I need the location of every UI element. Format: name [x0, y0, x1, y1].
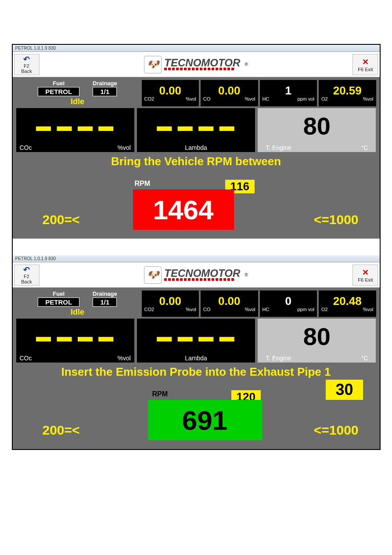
countdown-box: 30 — [326, 380, 363, 400]
back-button[interactable]: ↶ F2 Back — [14, 265, 40, 286]
hc-name: HC — [263, 96, 270, 102]
app-window-1: PETROL 1.0.1.9 830 ↶ F2 Back 🐶 TECNOMOTO… — [13, 45, 380, 239]
brand-name: TECNOMOTOR — [164, 269, 240, 277]
lambda-box: ▬ ▬ ▬ ▬ Lambda — [137, 108, 255, 152]
drainage-label: Drainage — [93, 290, 117, 297]
co-name: CO — [203, 96, 211, 102]
fuel-value: PETROL — [38, 297, 79, 307]
exit-button[interactable]: ✕ F6 Exit — [352, 265, 378, 286]
toolbar: ↶ F2 Back 🐶 TECNOMOTOR ® ✕ F6 Exit — [13, 262, 380, 288]
mid-row: ▬ ▬ ▬ ▬ COc%vol ▬ ▬ ▬ ▬ Lambda 80 T. Eng… — [16, 319, 376, 363]
coc-unit: %vol — [117, 144, 130, 151]
co2-value: 0.00 — [159, 85, 181, 96]
brand-logo: 🐶 TECNOMOTOR ® — [144, 56, 248, 73]
mascot-icon: 🐶 — [144, 266, 162, 284]
coc-box: ▬ ▬ ▬ ▬ COc%vol — [16, 319, 134, 363]
mascot-icon: 🐶 — [144, 56, 162, 73]
brand-name: TECNOMOTOR — [164, 58, 240, 67]
drainage-box: Drainage 1/1 — [93, 290, 117, 307]
undo-icon: ↶ — [23, 55, 30, 63]
toolbar: ↶ F2 Back 🐶 TECNOMOTOR ® ✕ F6 Exit — [13, 52, 380, 77]
mid-row: ▬ ▬ ▬ ▬ COc%vol ▬ ▬ ▬ ▬ Lambda 80 T. Eng… — [16, 108, 376, 152]
tengine-name: T. Engine — [266, 355, 291, 362]
range-min: 200=< — [43, 212, 80, 227]
fuel-value: PETROL — [38, 87, 79, 96]
co-box: 0.00 CO%vol — [201, 290, 258, 317]
range-max: <=1000 — [314, 423, 359, 438]
registered-icon: ® — [245, 272, 248, 277]
tengine-value: 80 — [258, 108, 376, 143]
undo-icon: ↶ — [23, 266, 30, 274]
o2-value: 20.59 — [333, 85, 362, 96]
range-min: 200=< — [43, 423, 80, 438]
instruction: Insert the Emission Probe into the Exhau… — [16, 365, 376, 379]
co2-box: 0.00 CO2%vol — [142, 80, 199, 106]
back-button[interactable]: ↶ F2 Back — [14, 54, 40, 75]
lambda-dashes: ▬ ▬ ▬ ▬ — [137, 319, 255, 354]
hc-value: 0 — [285, 295, 291, 307]
page-frame: PETROL 1.0.1.9 830 ↶ F2 Back 🐶 TECNOMOTO… — [12, 44, 381, 450]
coc-name: COc — [20, 355, 32, 362]
back-button-label: F2 Back — [18, 274, 36, 284]
fuel-box: Fuel PETROL — [38, 80, 79, 96]
lambda-name: Lambda — [185, 355, 207, 362]
rpm-box: 1464 — [133, 189, 234, 230]
co2-value: 0.00 — [159, 295, 181, 307]
range-max: <=1000 — [314, 212, 359, 227]
o2-box: 20.59 O2%vol — [319, 80, 376, 106]
rpm-area: RPM 116 1464 200=< <=1000 — [16, 172, 376, 233]
co-value: 0.00 — [218, 85, 241, 96]
hc-unit: ppm vol — [297, 96, 314, 102]
fuel-label: Fuel — [53, 290, 65, 297]
hc-name: HC — [263, 307, 270, 312]
co2-name: CO2 — [144, 96, 155, 102]
o2-name: O2 — [321, 307, 328, 312]
hc-box: 0 HCppm vol — [260, 290, 317, 317]
lambda-box: ▬ ▬ ▬ ▬ Lambda — [137, 319, 255, 363]
back-button-label: F2 Back — [18, 63, 36, 74]
rpm-label: RPM — [135, 180, 151, 188]
brand-stripe — [164, 278, 234, 281]
drainage-value: 1/1 — [93, 87, 117, 96]
co-box: 0.00 CO%vol — [201, 80, 258, 106]
brand-stripe — [164, 68, 234, 70]
app-window-2: PETROL 1.0.1.9 830 ↶ F2 Back 🐶 TECNOMOTO… — [13, 255, 380, 449]
tengine-value: 80 — [258, 319, 376, 354]
drainage-box: Drainage 1/1 — [93, 80, 117, 96]
rpm-value: 1464 — [153, 194, 214, 225]
co-name: CO — [203, 307, 211, 312]
exit-button[interactable]: ✕ F6 Exit — [352, 54, 378, 75]
lambda-dashes: ▬ ▬ ▬ ▬ — [137, 108, 255, 143]
exit-button-label: F6 Exit — [358, 277, 373, 283]
coc-dashes: ▬ ▬ ▬ ▬ — [16, 319, 134, 354]
co2-name: CO2 — [144, 307, 155, 312]
instruction: Bring the Vehicle RPM between — [16, 155, 376, 168]
window-titlebar: PETROL 1.0.1.9 830 — [13, 255, 380, 262]
gas-row: 0.00 CO2%vol 0.00 CO%vol 1 HCppm vol 20.… — [142, 80, 376, 106]
fuel-drainage-col: Fuel PETROL Drainage 1/1 Idle — [16, 290, 139, 317]
tengine-unit: °C — [361, 144, 368, 151]
exit-button-label: F6 Exit — [358, 67, 373, 72]
tengine-name: T. Engine — [266, 144, 291, 151]
hc-value: 1 — [285, 85, 291, 96]
idle-label: Idle — [71, 308, 84, 317]
rpm-area: 30 RPM 120 691 200=< <=1000 — [16, 382, 376, 444]
co-unit: %vol — [245, 307, 255, 312]
tengine-box: 80 T. Engine°C — [258, 319, 376, 363]
o2-box: 20.48 O2%vol — [319, 290, 376, 317]
co2-unit: %vol — [186, 96, 196, 102]
window-titlebar: PETROL 1.0.1.9 830 — [13, 45, 380, 52]
o2-name: O2 — [321, 96, 328, 102]
drainage-label: Drainage — [93, 80, 117, 87]
o2-value: 20.48 — [333, 295, 362, 307]
registered-icon: ® — [245, 62, 248, 67]
co2-unit: %vol — [186, 307, 196, 312]
close-icon: ✕ — [362, 268, 369, 277]
co-value: 0.00 — [218, 295, 241, 307]
fuel-box: Fuel PETROL — [38, 290, 79, 307]
fuel-drainage-col: Fuel PETROL Drainage 1/1 Idle — [16, 80, 139, 106]
content-panel: Fuel PETROL Drainage 1/1 Idle 0.00 CO2%v… — [13, 288, 380, 449]
content-panel: Fuel PETROL Drainage 1/1 Idle 0.00 CO2%v… — [13, 77, 380, 239]
rpm-value: 691 — [182, 405, 227, 436]
rpm-box: 691 — [148, 400, 262, 440]
